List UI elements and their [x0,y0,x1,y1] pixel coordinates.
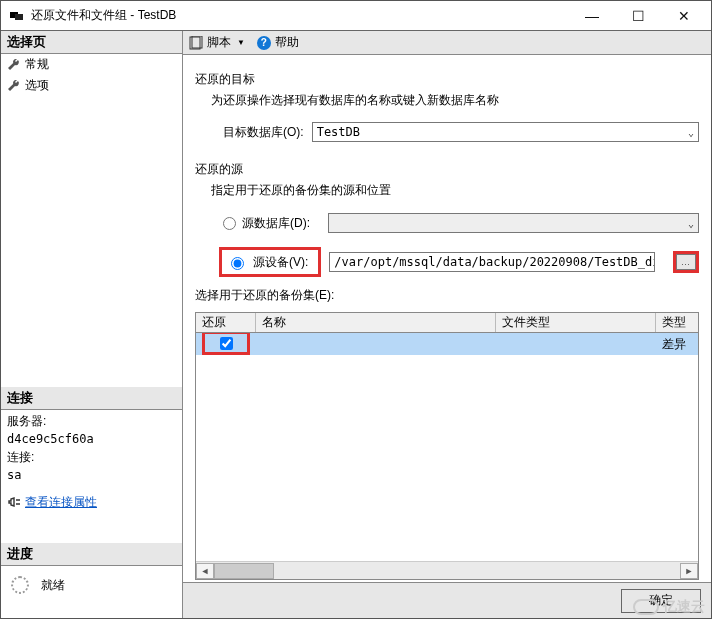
cell-filetype [496,333,656,355]
conn-value: sa [7,466,176,484]
progress-status: 就绪 [41,577,65,594]
source-db-radio[interactable] [223,217,236,230]
view-connection-properties-label: 查看连接属性 [25,494,97,511]
scroll-thumb[interactable] [214,563,274,579]
source-device-input[interactable]: /var/opt/mssql/data/backup/20220908/Test… [329,252,655,272]
sidebar: 选择页 常规 选项 连接 服务器: d4ce9c5cf60a 连接: sa [1,31,183,618]
main-area: 脚本 ▼ ? 帮助 还原的目标 为还原操作选择现有数据库的名称或键入新数据库名称… [183,31,711,618]
connection-header: 连接 [1,387,182,410]
horizontal-scrollbar[interactable]: ◄ ► [196,561,698,579]
restore-source-sub: 指定用于还原的备份集的源和位置 [195,182,699,199]
script-button[interactable]: 脚本 [207,34,231,51]
browse-button[interactable]: ... [676,254,696,270]
target-db-combo[interactable]: TestDB ⌄ [312,122,699,142]
footer: 确定 亿速云 [183,582,711,618]
source-db-radio-label: 源数据库(D): [242,215,322,232]
connection-info: 服务器: d4ce9c5cf60a 连接: sa [1,410,182,486]
source-device-radio[interactable] [231,257,244,270]
source-device-value: /var/opt/mssql/data/backup/20220908/Test… [334,255,655,269]
restore-target-title: 还原的目标 [195,71,699,88]
sidebar-item-options[interactable]: 选项 [1,75,182,96]
target-db-label: 目标数据库(O): [223,124,304,141]
toolbar: 脚本 ▼ ? 帮助 [183,31,711,55]
th-type[interactable]: 类型 [656,313,698,332]
script-icon [189,36,203,50]
source-device-highlight: 源设备(V): [219,247,321,277]
window-title: 还原文件和文件组 - TestDB [31,7,569,24]
minimize-button[interactable]: — [569,1,615,30]
th-filetype[interactable]: 文件类型 [496,313,656,332]
target-db-value: TestDB [317,125,360,139]
progress-status-row: 就绪 [1,566,182,618]
restore-target-sub: 为还原操作选择现有数据库的名称或键入新数据库名称 [195,92,699,109]
select-backupset-label: 选择用于还原的备份集(E): [195,287,699,304]
progress-header: 进度 [1,543,182,566]
window-root: 还原文件和文件组 - TestDB — ☐ ✕ 选择页 常规 选项 连接 [0,0,712,619]
conn-label: 连接: [7,448,176,466]
restore-checkbox[interactable] [220,337,233,350]
scroll-right-icon[interactable]: ► [680,563,698,579]
restore-checkbox-highlight [202,333,250,355]
cell-type: 差异 [656,333,698,355]
th-name[interactable]: 名称 [256,313,496,332]
browse-button-highlight: ... [673,251,699,273]
ok-button[interactable]: 确定 [621,589,701,613]
table-header: 还原 名称 文件类型 类型 [196,313,698,333]
sidebar-item-label: 常规 [25,56,49,73]
source-device-radio-label: 源设备(V): [253,254,308,271]
backupset-table: 还原 名称 文件类型 类型 [195,312,699,580]
th-restore[interactable]: 还原 [196,313,256,332]
help-button[interactable]: 帮助 [275,34,299,51]
content: 还原的目标 为还原操作选择现有数据库的名称或键入新数据库名称 目标数据库(O):… [183,55,711,582]
select-page-header: 选择页 [1,31,182,54]
chevron-down-icon[interactable]: ▼ [237,38,245,47]
source-db-combo[interactable]: ⌄ [328,213,699,233]
cell-name [256,333,496,355]
table-row[interactable]: 差异 [196,333,698,355]
ok-button-label: 确定 [649,592,673,609]
svg-rect-1 [15,14,23,20]
chevron-down-icon: ⌄ [688,127,694,138]
progress-spinner-icon [11,576,29,594]
close-button[interactable]: ✕ [661,1,707,30]
scroll-left-icon[interactable]: ◄ [196,563,214,579]
restore-source-title: 还原的源 [195,161,699,178]
titlebar[interactable]: 还原文件和文件组 - TestDB — ☐ ✕ [1,1,711,31]
help-icon[interactable]: ? [257,36,271,50]
table-body: 差异 [196,333,698,561]
server-value: d4ce9c5cf60a [7,430,176,448]
wrench-icon [7,58,21,72]
view-connection-properties[interactable]: 查看连接属性 [1,492,182,513]
plug-icon [7,496,21,510]
scroll-track[interactable] [214,563,680,579]
sidebar-item-general[interactable]: 常规 [1,54,182,75]
sidebar-item-label: 选项 [25,77,49,94]
app-icon [9,10,25,22]
chevron-down-icon: ⌄ [688,218,694,229]
wrench-icon [7,79,21,93]
maximize-button[interactable]: ☐ [615,1,661,30]
server-label: 服务器: [7,412,176,430]
browse-button-label: ... [681,258,691,267]
